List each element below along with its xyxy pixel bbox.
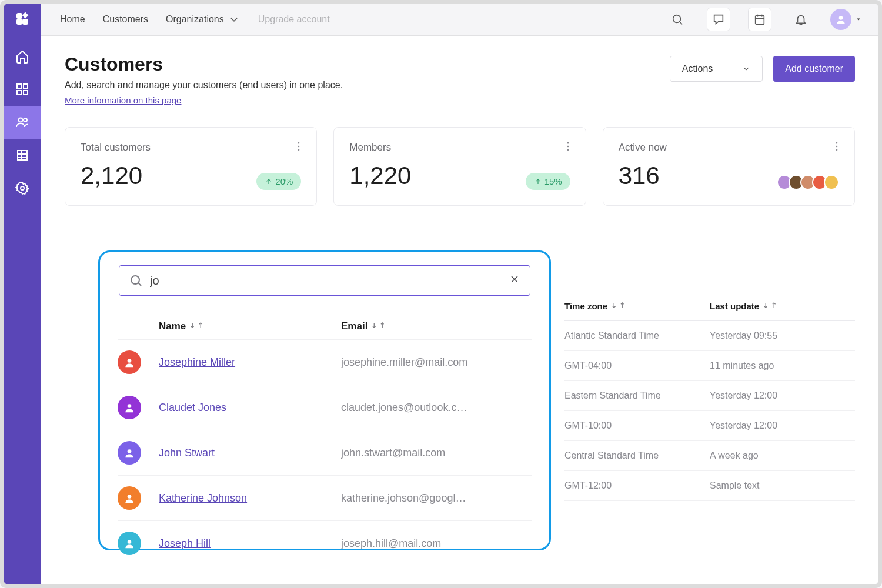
cell-last-update: A week ago xyxy=(710,450,855,461)
table-row[interactable]: Central Standard TimeA week ago xyxy=(564,441,855,471)
customer-name-link[interactable]: John Stwart xyxy=(159,447,215,459)
cell-timezone: Eastern Standard Time xyxy=(564,390,710,401)
table-row[interactable]: GMT-10:00Yesterday 12:00 xyxy=(564,411,855,441)
user-avatar xyxy=(830,9,851,30)
svg-point-8 xyxy=(19,118,23,122)
sidebar-item-customers[interactable] xyxy=(4,106,41,139)
user-menu[interactable] xyxy=(830,9,862,30)
arrow-up-icon xyxy=(534,178,542,186)
svg-point-32 xyxy=(836,146,838,148)
svg-point-21 xyxy=(839,16,843,20)
search-bar xyxy=(119,265,530,296)
sort-arrows-icon xyxy=(611,301,627,311)
svg-point-33 xyxy=(836,149,838,151)
sort-arrows-icon xyxy=(763,301,779,311)
chevron-down-icon xyxy=(742,65,750,73)
customer-name-link[interactable]: Claudet Jones xyxy=(159,402,226,414)
svg-point-28 xyxy=(567,146,569,148)
sidebar-item-organizations[interactable] xyxy=(4,139,41,172)
stat-value: 2,120 xyxy=(81,162,142,190)
nav-organizations[interactable]: Organizations xyxy=(166,13,240,26)
table-row[interactable]: Eastern Standard TimeYesterday 12:00 xyxy=(564,381,855,411)
customer-name-link[interactable]: Joseph Hill xyxy=(159,537,211,550)
stat-label: Total customers xyxy=(81,142,301,153)
search-result-row[interactable]: Joseph Hilljoseph.hill@mail.com xyxy=(118,521,532,566)
column-name[interactable]: Name xyxy=(159,320,341,332)
svg-marker-22 xyxy=(857,19,860,21)
svg-point-49 xyxy=(128,495,132,499)
avatar xyxy=(118,532,141,555)
svg-point-14 xyxy=(21,186,24,190)
card-menu-icon[interactable] xyxy=(293,141,305,155)
avatar xyxy=(118,350,141,374)
table-row[interactable]: GMT-04:0011 minutes ago xyxy=(564,351,855,381)
svg-rect-0 xyxy=(17,14,22,18)
clear-search-button[interactable] xyxy=(509,273,520,288)
cell-last-update: Yesterday 12:00 xyxy=(710,390,855,401)
cell-timezone: Central Standard Time xyxy=(564,450,710,461)
svg-point-27 xyxy=(567,142,569,144)
sort-arrows-icon xyxy=(189,320,206,332)
svg-point-25 xyxy=(298,149,300,151)
stat-card-members: Members 1,220 15% xyxy=(333,127,586,206)
svg-point-24 xyxy=(298,146,300,148)
search-result-row[interactable]: Josephine Millerjosephine.miller@mail.co… xyxy=(118,340,532,385)
notifications-icon[interactable] xyxy=(789,8,813,31)
customer-name-link[interactable]: Katherine Johnson xyxy=(159,492,247,505)
column-timezone[interactable]: Time zone xyxy=(564,301,710,311)
cell-timezone: GMT-10:00 xyxy=(564,420,710,431)
table-row[interactable]: Atlantic Standard TimeYesterday 09:55 xyxy=(564,321,855,351)
column-last-update[interactable]: Last update xyxy=(710,301,855,311)
search-result-row[interactable]: Katherine Johnsonkatherine.johson@googl… xyxy=(118,476,532,521)
card-menu-icon[interactable] xyxy=(831,141,843,155)
customer-email: katherine.johson@googl… xyxy=(341,492,532,505)
svg-line-39 xyxy=(139,283,142,286)
customer-name-link[interactable]: Josephine Miller xyxy=(159,356,235,369)
svg-point-9 xyxy=(24,118,27,122)
customers-table-partial: Time zone Last update Atlantic Standard … xyxy=(564,292,855,501)
actions-button[interactable]: Actions xyxy=(670,56,763,82)
svg-rect-17 xyxy=(756,16,764,25)
sort-arrows-icon xyxy=(371,320,387,332)
avatar xyxy=(824,175,839,190)
sidebar xyxy=(4,4,41,584)
stat-card-active-now: Active now 316 xyxy=(603,127,855,206)
sidebar-item-settings[interactable] xyxy=(4,172,41,205)
table-row[interactable]: GMT-12:00Sample text xyxy=(564,471,855,501)
stat-label: Members xyxy=(349,142,570,153)
svg-point-47 xyxy=(128,404,132,408)
svg-rect-4 xyxy=(17,84,21,88)
svg-point-46 xyxy=(128,359,132,363)
search-input[interactable] xyxy=(150,274,502,288)
cell-timezone: GMT-04:00 xyxy=(564,360,710,371)
svg-rect-2 xyxy=(23,19,28,24)
messages-icon[interactable] xyxy=(707,8,730,31)
arrow-up-icon xyxy=(265,178,273,186)
svg-rect-1 xyxy=(17,19,22,24)
svg-rect-7 xyxy=(24,91,28,95)
page-title: Customers xyxy=(65,54,343,75)
sidebar-item-home[interactable] xyxy=(4,40,41,73)
global-search-icon[interactable] xyxy=(666,8,689,31)
search-result-row[interactable]: Claudet Jonesclaudet.jones@outlook.c… xyxy=(118,385,532,430)
customer-email: josephine.miller@mail.com xyxy=(341,356,532,369)
chevron-down-icon xyxy=(228,13,240,26)
sidebar-item-dashboard[interactable] xyxy=(4,73,41,106)
svg-point-38 xyxy=(131,276,139,284)
cell-last-update: Yesterday 12:00 xyxy=(710,420,855,431)
search-results-popover: Name Email Josephine Millerjosephine.mil… xyxy=(98,250,551,550)
page-header: Customers Add, search and manage your cu… xyxy=(65,54,855,106)
nav-upgrade[interactable]: Upgrade account xyxy=(258,14,330,25)
avatar xyxy=(118,396,141,419)
search-result-row[interactable]: John Stwartjohn.stwart@mail.com xyxy=(118,430,532,476)
svg-marker-3 xyxy=(23,13,28,18)
calendar-icon[interactable] xyxy=(748,8,771,31)
nav-home[interactable]: Home xyxy=(60,14,85,25)
card-menu-icon[interactable] xyxy=(562,141,574,155)
add-customer-button[interactable]: Add customer xyxy=(773,56,855,82)
column-email[interactable]: Email xyxy=(341,320,532,332)
more-info-link[interactable]: More information on this page xyxy=(65,95,181,105)
nav-customers[interactable]: Customers xyxy=(103,14,148,25)
cell-last-update: 11 minutes ago xyxy=(710,360,855,371)
customer-email: john.stwart@mail.com xyxy=(341,447,532,459)
